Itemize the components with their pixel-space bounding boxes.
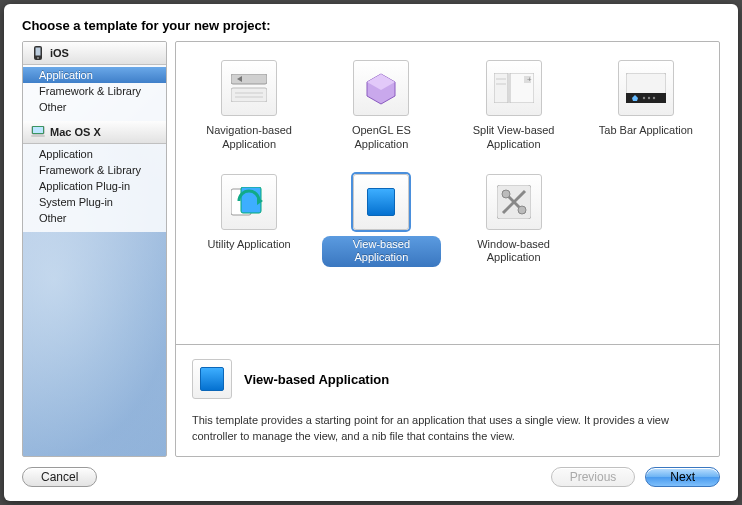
mac-icon: [31, 125, 45, 139]
previous-button[interactable]: Previous: [551, 467, 636, 487]
navigation-icon: [221, 60, 277, 116]
svg-point-24: [653, 97, 655, 99]
sidebar-item-system-plugin[interactable]: System Plug-in: [23, 194, 166, 210]
template-label: Navigation-based Application: [190, 122, 308, 154]
template-label: View-based Application: [322, 236, 440, 268]
sidebar-section-ios[interactable]: iOS: [23, 42, 166, 65]
template-tabbar[interactable]: Tab Bar Application: [583, 56, 709, 158]
device-icon: [31, 46, 45, 60]
svg-point-31: [502, 190, 510, 198]
sidebar: iOS Application Framework & Library Othe…: [22, 41, 167, 457]
sidebar-item-other[interactable]: Other: [23, 99, 166, 115]
next-button[interactable]: Next: [645, 467, 720, 487]
template-label: OpenGL ES Application: [322, 122, 440, 154]
svg-point-23: [648, 97, 650, 99]
svg-rect-5: [31, 135, 45, 137]
svg-rect-6: [231, 74, 267, 84]
template-grid: Navigation-based Application OpenGL ES A…: [176, 42, 719, 344]
view-icon: [192, 359, 232, 399]
template-label: Tab Bar Application: [595, 122, 697, 140]
detail-header: View-based Application: [192, 359, 703, 399]
sidebar-item-application[interactable]: Application: [23, 146, 166, 162]
sidebar-section-label: Mac OS X: [50, 126, 101, 138]
view-icon: [353, 174, 409, 230]
template-view-based[interactable]: View-based Application: [318, 170, 444, 272]
sheet-title: Choose a template for your new project:: [4, 4, 738, 41]
svg-point-32: [518, 206, 526, 214]
view-square-icon: [200, 367, 224, 391]
svg-rect-1: [36, 48, 41, 56]
tabbar-icon: [618, 60, 674, 116]
new-project-sheet: Choose a template for your new project: …: [4, 4, 738, 501]
template-window-based[interactable]: Window-based Application: [451, 170, 577, 272]
sidebar-item-other[interactable]: Other: [23, 210, 166, 226]
utility-icon: [221, 174, 277, 230]
opengl-icon: [353, 60, 409, 116]
sidebar-section-macosx[interactable]: Mac OS X: [23, 121, 166, 144]
window-icon: [486, 174, 542, 230]
sidebar-section-macosx-items: Application Framework & Library Applicat…: [23, 144, 166, 232]
svg-rect-4: [33, 127, 43, 133]
sidebar-item-application[interactable]: Application: [23, 67, 166, 83]
svg-point-22: [643, 97, 645, 99]
template-label: Split View-based Application: [455, 122, 573, 154]
sidebar-section-ios-items: Application Framework & Library Other: [23, 65, 166, 121]
sidebar-list: iOS Application Framework & Library Othe…: [23, 42, 166, 232]
sidebar-section-label: iOS: [50, 47, 69, 59]
template-utility[interactable]: Utility Application: [186, 170, 312, 272]
svg-point-2: [37, 57, 39, 59]
detail-panel: View-based Application This template pro…: [176, 344, 719, 456]
main-panel: Navigation-based Application OpenGL ES A…: [175, 41, 720, 457]
template-navigation[interactable]: Navigation-based Application: [186, 56, 312, 158]
cancel-button[interactable]: Cancel: [22, 467, 97, 487]
sidebar-item-framework[interactable]: Framework & Library: [23, 162, 166, 178]
template-opengl[interactable]: OpenGL ES Application: [318, 56, 444, 158]
view-square-icon: [367, 188, 395, 216]
svg-rect-8: [231, 88, 267, 102]
template-splitview[interactable]: + Split View-based Application: [451, 56, 577, 158]
svg-rect-13: [494, 73, 508, 103]
sheet-body: iOS Application Framework & Library Othe…: [4, 41, 738, 457]
sidebar-item-app-plugin[interactable]: Application Plug-in: [23, 178, 166, 194]
detail-title: View-based Application: [244, 372, 389, 387]
detail-description: This template provides a starting point …: [192, 413, 703, 444]
sidebar-item-framework[interactable]: Framework & Library: [23, 83, 166, 99]
splitview-icon: +: [486, 60, 542, 116]
template-label: Window-based Application: [455, 236, 573, 268]
footer: Cancel Previous Next: [4, 457, 738, 501]
svg-text:+: +: [527, 75, 532, 84]
template-label: Utility Application: [204, 236, 295, 254]
